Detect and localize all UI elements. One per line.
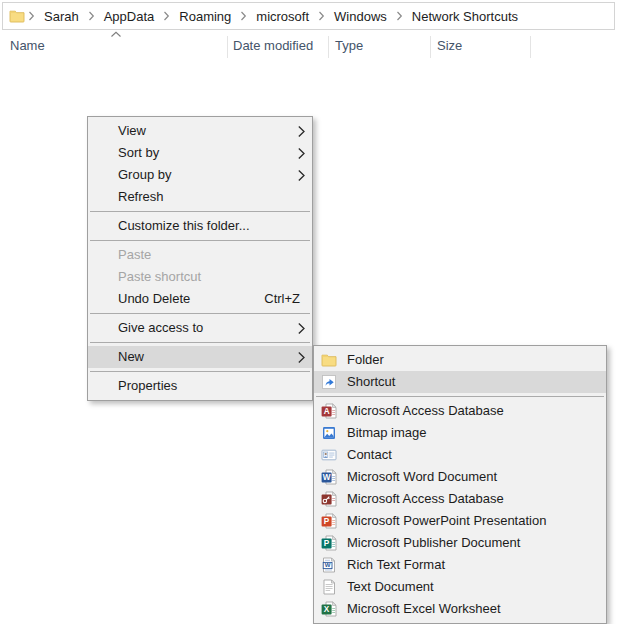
menu-item-label: Microsoft Access Database [347, 403, 504, 418]
breadcrumb-item-microsoft[interactable]: microsoft [250, 9, 315, 24]
menu-item-new[interactable]: New [88, 346, 312, 368]
chevron-right-icon[interactable] [25, 11, 38, 21]
menu-item-label: Undo Delete [118, 291, 190, 306]
excel-icon: X [321, 601, 337, 617]
menu-item-microsoft-excel-worksheet[interactable]: X Microsoft Excel Worksheet [314, 598, 606, 620]
menu-item-undo-delete[interactable]: Undo DeleteCtrl+Z [88, 288, 312, 310]
menu-item-bitmap-image[interactable]: Bitmap image [314, 422, 606, 444]
column-resize-handle[interactable] [328, 36, 329, 58]
address-bar: Sarah AppData Roaming microsoft Windows … [2, 2, 615, 30]
powerpoint-icon: P [321, 513, 337, 529]
menu-item-microsoft-publisher-document[interactable]: P Microsoft Publisher Document [314, 532, 606, 554]
bitmap-icon [321, 425, 337, 441]
column-resize-handle[interactable] [430, 36, 431, 58]
menu-item-label: Bitmap image [347, 425, 426, 440]
menu-item-microsoft-access-database[interactable]: A Microsoft Access Database [314, 400, 606, 422]
menu-item-label: New [118, 349, 144, 364]
chevron-right-icon[interactable] [237, 11, 250, 21]
svg-text:W: W [325, 562, 331, 568]
chevron-right-icon [297, 322, 306, 335]
menu-item-refresh[interactable]: Refresh [88, 186, 312, 208]
menu-item-microsoft-word-document[interactable]: W Microsoft Word Document [314, 466, 606, 488]
menu-item-microsoft-powerpoint-presentation[interactable]: P Microsoft PowerPoint Presentation [314, 510, 606, 532]
breadcrumb-item-appdata[interactable]: AppData [98, 9, 161, 24]
text-icon [321, 579, 337, 595]
shortcut-hint: Ctrl+Z [264, 288, 300, 310]
menu-item-rich-text-format[interactable]: W Rich Text Format [314, 554, 606, 576]
publisher-icon: P [321, 535, 337, 551]
context-menu: View Sort by Group by RefreshCustomize t… [87, 116, 313, 401]
chevron-right-icon [297, 125, 306, 138]
svg-text:X: X [324, 605, 330, 614]
menu-item-label: Text Document [347, 579, 434, 594]
rtf-icon: W [321, 557, 337, 573]
menu-item-label: Contact [347, 447, 392, 462]
menu-item-group-by[interactable]: Group by [88, 164, 312, 186]
menu-item-text-document[interactable]: Text Document [314, 576, 606, 598]
chevron-right-icon[interactable] [160, 11, 173, 21]
menu-item-label: Microsoft Access Database [347, 491, 504, 506]
column-header-size[interactable]: Size [437, 38, 462, 53]
column-header-name[interactable]: Name [10, 38, 45, 53]
chevron-up-icon [110, 31, 122, 38]
svg-text:P: P [324, 517, 330, 526]
word-icon: W [321, 469, 337, 485]
menu-item-label: Microsoft Excel Worksheet [347, 601, 501, 616]
shortcut-icon [321, 374, 337, 390]
chevron-right-icon[interactable] [315, 11, 328, 21]
chevron-right-icon [297, 147, 306, 160]
menu-separator [90, 313, 310, 314]
breadcrumb-item-roaming[interactable]: Roaming [173, 9, 237, 24]
column-header-type[interactable]: Type [335, 38, 363, 53]
chevron-right-icon [297, 351, 306, 364]
access-icon: A [321, 403, 337, 419]
column-resize-handle[interactable] [530, 36, 531, 58]
menu-item-label: Paste [118, 247, 151, 262]
menu-separator [90, 211, 310, 212]
chevron-right-icon[interactable] [85, 11, 98, 21]
menu-item-view[interactable]: View [88, 120, 312, 142]
breadcrumb-item-windows[interactable]: Windows [328, 9, 393, 24]
menu-item-paste-shortcut: Paste shortcut [88, 266, 312, 288]
svg-text:A: A [324, 407, 330, 416]
menu-item-folder[interactable]: Folder [314, 349, 606, 371]
menu-item-contact[interactable]: Contact [314, 444, 606, 466]
new-submenu: Folder Shortcut A Microsoft Access Datab… [313, 345, 607, 624]
menu-separator [90, 371, 310, 372]
menu-item-label: Group by [118, 167, 171, 182]
column-header-date-modified[interactable]: Date modified [233, 38, 313, 53]
menu-item-label: Folder [347, 352, 384, 367]
breadcrumb-item-network-shortcuts[interactable]: Network Shortcuts [406, 9, 524, 24]
menu-item-customize-this-folder[interactable]: Customize this folder... [88, 215, 312, 237]
folder-icon [321, 352, 337, 368]
menu-item-label: Paste shortcut [118, 269, 201, 284]
menu-item-label: View [118, 123, 146, 138]
menu-separator [90, 342, 310, 343]
menu-item-label: Refresh [118, 189, 164, 204]
menu-item-label: Customize this folder... [118, 218, 250, 233]
menu-separator [316, 396, 604, 397]
menu-item-label: Give access to [118, 320, 203, 335]
menu-item-shortcut[interactable]: Shortcut [314, 371, 606, 393]
menu-item-label: Properties [118, 378, 177, 393]
chevron-right-icon[interactable] [393, 11, 406, 21]
menu-item-paste: Paste [88, 244, 312, 266]
contact-icon [321, 447, 337, 463]
chevron-right-icon [297, 169, 306, 182]
menu-item-sort-by[interactable]: Sort by [88, 142, 312, 164]
access-key-icon [321, 491, 337, 507]
menu-item-label: Rich Text Format [347, 557, 445, 572]
menu-item-label: Microsoft Publisher Document [347, 535, 520, 550]
svg-text:P: P [324, 539, 330, 548]
menu-item-label: Microsoft PowerPoint Presentation [347, 513, 546, 528]
menu-item-properties[interactable]: Properties [88, 375, 312, 397]
folder-icon [9, 8, 25, 24]
column-resize-handle[interactable] [227, 36, 228, 58]
menu-item-label: Microsoft Word Document [347, 469, 497, 484]
menu-item-label: Sort by [118, 145, 159, 160]
menu-item-label: Shortcut [347, 374, 395, 389]
menu-item-give-access-to[interactable]: Give access to [88, 317, 312, 339]
svg-text:W: W [323, 473, 331, 482]
menu-item-microsoft-access-database[interactable]: Microsoft Access Database [314, 488, 606, 510]
breadcrumb-item-sarah[interactable]: Sarah [38, 9, 85, 24]
